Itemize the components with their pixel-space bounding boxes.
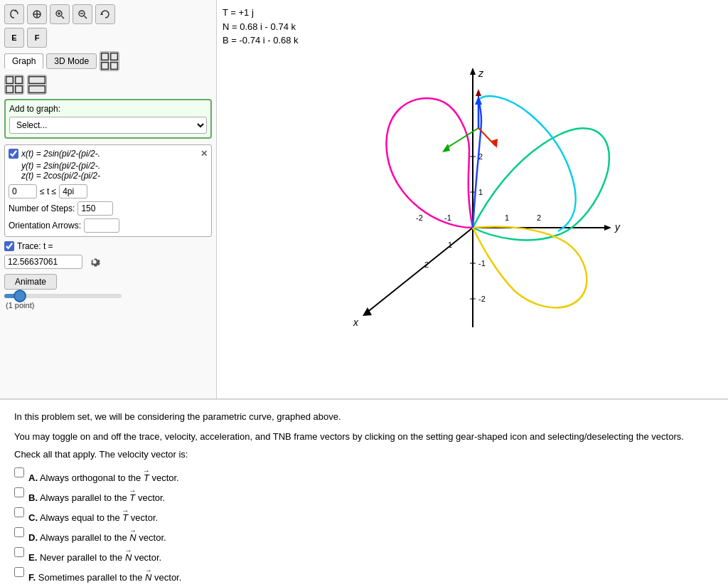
gear-icon-btn[interactable]: [87, 254, 102, 270]
toolbar-row-2: E F: [4, 28, 212, 48]
svg-rect-16: [6, 77, 14, 84]
orientation-row: Orientation Arrows:: [9, 218, 208, 233]
problem-toggle-info: You may toggle on and off the trace, vel…: [14, 430, 714, 444]
grid-btn-1[interactable]: [4, 75, 24, 95]
question-label: Check all that apply. The velocity vecto…: [14, 449, 714, 460]
svg-text:2: 2: [537, 213, 541, 222]
toolbar-row-1: [4, 4, 212, 24]
tab-3d-mode[interactable]: 3D Mode: [46, 53, 97, 69]
curve-x-eq: x(t) = 2sin(pi/2-(pi/2-.: [21, 149, 198, 159]
reset-btn[interactable]: [95, 4, 115, 24]
B-vector-text: B = -0.74 i - 0.68 k: [223, 33, 299, 48]
point-label: (1 point): [4, 301, 212, 310]
animate-row: Animate: [4, 274, 212, 290]
svg-text:1: 1: [478, 188, 483, 196]
option-C-label: C. Always equal to the →T vector.: [28, 507, 158, 523]
svg-text:1: 1: [448, 240, 452, 249]
svg-line-9: [85, 16, 87, 19]
curve-y-eq: y(t) = 2sin(pi/2-(pi/2-.: [9, 161, 208, 171]
svg-rect-17: [16, 77, 23, 84]
svg-rect-15: [111, 63, 118, 70]
add-to-graph-label: Add to graph:: [9, 104, 207, 114]
steps-label: Number of Steps:: [9, 203, 75, 213]
svg-rect-13: [111, 53, 118, 60]
trace-value-row: [4, 254, 212, 270]
svg-line-25: [366, 228, 473, 313]
trace-row: Trace: t =: [4, 241, 212, 251]
svg-marker-23: [470, 68, 476, 75]
svg-marker-50: [476, 89, 481, 96]
rotate-btn[interactable]: [4, 4, 24, 24]
option-C: C. Always equal to the →T vector.: [14, 507, 714, 523]
close-curve-btn[interactable]: ✕: [200, 149, 208, 159]
f-label: F: [35, 33, 40, 42]
grid-icon-btn[interactable]: [100, 51, 119, 71]
slider-track[interactable]: [4, 294, 122, 298]
svg-rect-12: [102, 53, 109, 60]
option-A: A. Always orthogonal to the →T vector.: [14, 467, 714, 483]
t-leq-label: ≤ t ≤: [40, 186, 56, 196]
svg-text:-2: -2: [416, 213, 423, 222]
orientation-label: Orientation Arrows:: [9, 221, 81, 231]
svg-text:y: y: [614, 221, 621, 233]
steps-input[interactable]: [77, 201, 113, 216]
grid-btn-2[interactable]: [27, 75, 47, 95]
compass-btn[interactable]: [27, 4, 47, 24]
curve-checkbox[interactable]: [9, 149, 18, 159]
T-vector-text: T = +1 j: [223, 6, 299, 20]
option-B-label: B. Always parallel to the →T vector.: [28, 487, 165, 503]
svg-marker-46: [442, 144, 450, 152]
t-max-input[interactable]: [59, 184, 87, 199]
curve-header: x(t) = 2sin(pi/2-(pi/2-. ✕: [9, 149, 208, 159]
checkbox-F[interactable]: [14, 567, 24, 577]
t-min-input[interactable]: [9, 184, 37, 199]
svg-text:x: x: [353, 317, 359, 328]
checkbox-C[interactable]: [14, 507, 24, 517]
trace-label: Trace: t =: [17, 241, 53, 251]
option-E-label: E. Never parallel to the →N vector.: [28, 546, 161, 563]
option-D-label: D. Always parallel to the →N vector.: [28, 527, 166, 543]
svg-rect-18: [6, 86, 14, 93]
svg-text:-1: -1: [444, 213, 451, 222]
answer-options: A. Always orthogonal to the →T vector. B…: [14, 467, 714, 583]
add-to-graph-select[interactable]: Select...: [9, 117, 207, 134]
svg-marker-26: [363, 307, 372, 316]
option-F-label: F. Sometimes parallel to the →N vector.: [28, 566, 181, 583]
svg-text:z: z: [478, 68, 484, 79]
tab-row: Graph 3D Mode: [4, 51, 212, 71]
option-E: E. Never parallel to the →N vector.: [14, 546, 714, 563]
e-btn[interactable]: E: [4, 28, 24, 48]
checkbox-D[interactable]: [14, 527, 24, 537]
option-B: B. Always parallel to the →T vector.: [14, 487, 714, 503]
steps-row: Number of Steps:: [9, 201, 208, 216]
option-D: D. Always parallel to the →N vector.: [14, 527, 714, 543]
svg-rect-21: [29, 86, 46, 93]
e-label: E: [11, 33, 16, 42]
checkbox-E[interactable]: [14, 547, 24, 557]
trace-checkbox[interactable]: [4, 241, 14, 251]
svg-text:-1: -1: [478, 259, 486, 268]
zoom-in-btn[interactable]: [50, 4, 70, 24]
option-A-label: A. Always orthogonal to the →T vector.: [28, 467, 179, 483]
f-btn[interactable]: F: [27, 28, 47, 48]
svg-line-5: [62, 16, 65, 19]
svg-text:-2: -2: [478, 295, 486, 303]
svg-text:1: 1: [505, 213, 509, 222]
graph-area: T = +1 j N = 0.68 i - 0.74 k B = -0.74 i…: [217, 0, 728, 398]
add-to-graph-box: Add to graph: Select...: [4, 99, 212, 139]
slider-row: [4, 294, 212, 298]
option-F: F. Sometimes parallel to the →N vector.: [14, 566, 714, 583]
checkbox-A[interactable]: [14, 467, 24, 477]
checkbox-B[interactable]: [14, 487, 24, 497]
zoom-out-btn[interactable]: [73, 4, 92, 24]
sidebar: E F Graph 3D Mode: [0, 0, 217, 398]
trace-value-input[interactable]: [4, 255, 82, 269]
N-vector-text: N = 0.68 i - 0.74 k: [223, 20, 299, 34]
svg-rect-19: [16, 86, 23, 93]
problem-intro: In this problem set, we will be consider…: [14, 410, 714, 424]
animate-btn[interactable]: Animate: [4, 274, 57, 290]
orientation-input[interactable]: [84, 218, 119, 233]
bottom-panel: In this problem set, we will be consider…: [0, 399, 728, 587]
tab-graph[interactable]: Graph: [4, 53, 43, 69]
svg-rect-14: [102, 63, 109, 70]
